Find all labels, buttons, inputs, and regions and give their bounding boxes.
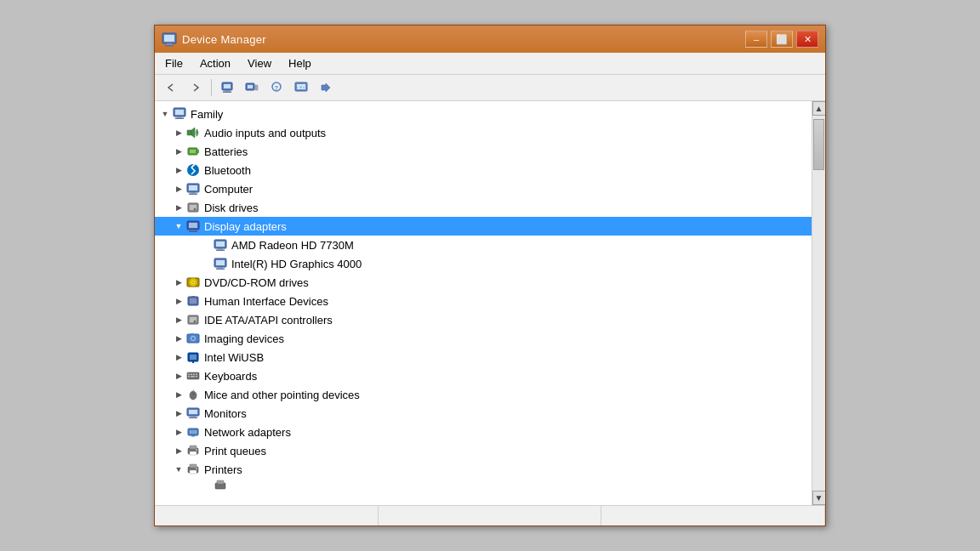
expander-audio[interactable]: ▶ xyxy=(172,126,185,139)
icon-intel-hd xyxy=(213,256,228,271)
svg-rect-37 xyxy=(218,248,223,250)
svg-rect-10 xyxy=(255,85,258,90)
expander-intelwi[interactable]: ▶ xyxy=(172,350,185,364)
svg-rect-64 xyxy=(196,374,197,376)
expander-printers[interactable]: ▼ xyxy=(172,463,185,476)
tree-item-printers[interactable]: ▼ Printers xyxy=(155,460,812,479)
svg-rect-1 xyxy=(164,35,174,42)
tree-item-audio[interactable]: ▶ Audio inputs and outputs xyxy=(155,123,812,142)
icon-disk xyxy=(185,200,201,215)
label-bluetooth: Bluetooth xyxy=(204,164,251,177)
expander-batteries[interactable]: ▶ xyxy=(172,145,185,158)
maximize-button[interactable]: ⬜ xyxy=(771,31,793,48)
svg-rect-77 xyxy=(191,435,195,437)
label-intelwi: Intel WiUSB xyxy=(204,351,264,364)
tree-item-disk[interactable]: ▶ Disk drives xyxy=(155,198,812,217)
svg-rect-81 xyxy=(190,446,197,449)
expander-mice[interactable]: ▶ xyxy=(172,388,185,401)
tree-item-ide[interactable]: ▶ IDE ATA/ATAPI controllers xyxy=(155,310,812,329)
toolbar-btn-7[interactable] xyxy=(315,77,337,98)
svg-rect-19 xyxy=(187,130,191,135)
svg-text:?: ? xyxy=(275,85,278,91)
svg-rect-48 xyxy=(190,298,197,304)
svg-rect-72 xyxy=(189,410,197,414)
expander-dvd[interactable]: ▶ xyxy=(172,276,185,289)
svg-rect-17 xyxy=(177,116,182,118)
menu-help[interactable]: Help xyxy=(282,54,318,72)
scroll-up-button[interactable]: ▲ xyxy=(812,101,826,116)
svg-rect-2 xyxy=(167,43,172,45)
expander-hid[interactable]: ▶ xyxy=(172,294,185,308)
tree-item-intel-hd[interactable]: ▶ Intel(R) HD Graphics 4000 xyxy=(155,254,812,273)
status-segment-2 xyxy=(379,506,602,525)
svg-rect-25 xyxy=(189,185,197,190)
tree-item-computer[interactable]: ▶ Computer xyxy=(155,179,812,198)
expander-keyboard[interactable]: ▶ xyxy=(172,369,185,383)
icon-ide xyxy=(185,312,201,327)
expander-family[interactable]: ▼ xyxy=(158,107,172,121)
svg-rect-18 xyxy=(175,118,184,120)
label-disk: Disk drives xyxy=(204,202,259,214)
icon-batteries xyxy=(185,144,201,159)
tree-item-bluetooth[interactable]: ▶ Bluetooth xyxy=(155,161,812,179)
expander-print-q[interactable]: ▶ xyxy=(172,444,185,457)
back-button[interactable] xyxy=(160,77,182,98)
svg-rect-86 xyxy=(190,470,197,474)
icon-computer xyxy=(185,181,201,196)
tree-item-print-q[interactable]: ▶ Print queues xyxy=(155,441,812,460)
label-intel-hd: Intel(R) HD Graphics 4000 xyxy=(231,258,362,270)
label-keyboard: Keyboards xyxy=(204,370,257,383)
minimize-button[interactable]: – xyxy=(745,31,767,48)
expander-monitors[interactable]: ▶ xyxy=(172,406,185,420)
label-batteries: Batteries xyxy=(204,145,248,158)
vertical-scrollbar[interactable]: ▲ ▼ xyxy=(812,101,825,505)
svg-rect-33 xyxy=(191,230,196,231)
tree-item-printers-sub[interactable]: ▶ xyxy=(155,479,812,492)
scroll-down-button[interactable]: ▼ xyxy=(812,491,826,505)
menu-file[interactable]: File xyxy=(158,54,190,72)
label-hid: Human Interface Devices xyxy=(204,295,328,308)
close-button[interactable]: ✕ xyxy=(796,31,818,48)
icon-imaging xyxy=(185,331,201,346)
tree-item-monitors[interactable]: ▶ Monitors xyxy=(155,404,812,423)
svg-point-83 xyxy=(196,449,197,451)
icon-family xyxy=(172,106,187,122)
expander-network[interactable]: ▶ xyxy=(172,425,185,439)
svg-point-87 xyxy=(196,468,197,469)
tree-item-network[interactable]: ▶ Network adapters xyxy=(155,423,812,441)
svg-rect-49 xyxy=(191,296,195,298)
tree-item-family[interactable]: ▼ Family xyxy=(155,105,812,123)
tree-item-imaging[interactable]: ▶ Imaging devices xyxy=(155,329,812,348)
expander-imaging[interactable]: ▶ xyxy=(172,332,185,345)
expander-display[interactable]: ▼ xyxy=(172,219,185,233)
svg-point-52 xyxy=(194,321,197,323)
toolbar-btn-3[interactable] xyxy=(216,77,238,98)
tree-item-amd[interactable]: ▶ AMD Radeon HD 7730M xyxy=(155,236,812,254)
expander-computer[interactable]: ▶ xyxy=(172,182,185,196)
tree-item-mice[interactable]: ▶ Mice and other pointing devices xyxy=(155,385,812,404)
expander-bluetooth[interactable]: ▶ xyxy=(172,163,185,177)
toolbar-btn-5[interactable]: ? xyxy=(265,77,288,98)
svg-point-30 xyxy=(194,208,197,211)
menu-action[interactable]: Action xyxy=(193,54,237,72)
tree-item-hid[interactable]: ▶ Human Interface Devices xyxy=(155,292,812,310)
scroll-track[interactable] xyxy=(812,116,825,491)
tree-item-dvd[interactable]: ▶ DVD/CD-ROM drives xyxy=(155,273,812,292)
forward-button[interactable] xyxy=(185,77,207,98)
toolbar: ? xyxy=(155,75,825,101)
toolbar-btn-4[interactable] xyxy=(241,77,263,98)
svg-rect-73 xyxy=(191,416,196,418)
toolbar-btn-6[interactable] xyxy=(290,77,312,98)
tree-item-batteries[interactable]: ▶ Batteries xyxy=(155,142,812,161)
menu-view[interactable]: View xyxy=(241,54,278,72)
tree-item-keyboard[interactable]: ▶ Keyboards xyxy=(155,366,812,385)
device-tree[interactable]: ▼ Family ▶ xyxy=(155,101,812,505)
label-network: Network adapters xyxy=(204,426,291,439)
scroll-thumb[interactable] xyxy=(813,119,824,170)
tree-item-intelwi[interactable]: ▶ Intel WiUSB xyxy=(155,348,812,366)
expander-ide[interactable]: ▶ xyxy=(172,313,185,327)
tree-item-display[interactable]: ▼ Display adapters xyxy=(155,217,812,236)
svg-rect-82 xyxy=(190,452,197,455)
expander-disk[interactable]: ▶ xyxy=(172,201,185,214)
label-computer: Computer xyxy=(204,183,253,196)
